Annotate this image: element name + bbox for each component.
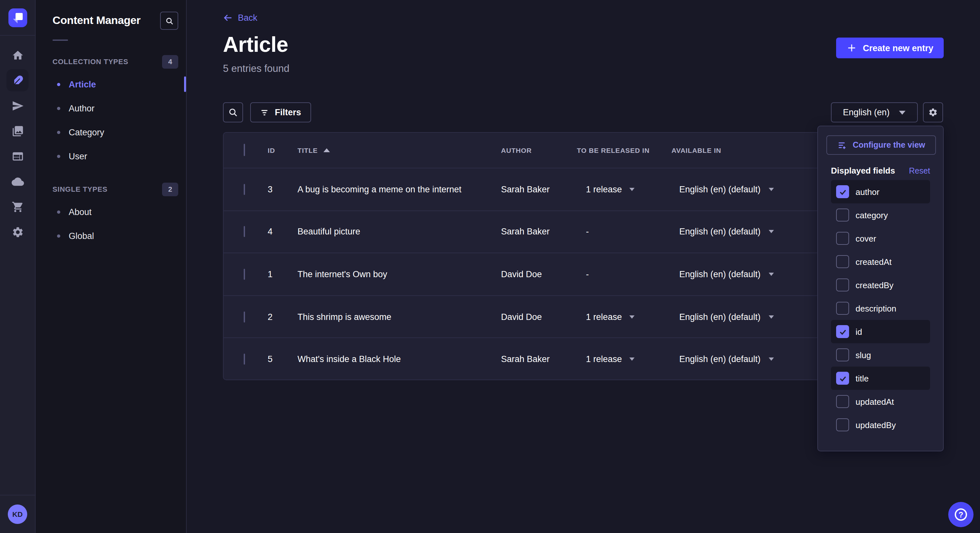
field-option-createdBy[interactable]: createdBy (831, 273, 930, 297)
chevron-down-icon (629, 357, 634, 361)
column-header-id[interactable]: ID (268, 146, 298, 154)
user-avatar[interactable]: KD (8, 504, 27, 524)
configure-lines-icon (837, 140, 847, 150)
search-entries-button[interactable] (223, 102, 243, 122)
filter-icon (260, 108, 269, 117)
settings-gear-icon[interactable] (6, 221, 29, 243)
sidebar-item-global[interactable]: Global (36, 224, 186, 248)
select-all-checkbox[interactable] (244, 144, 245, 156)
field-option-slug[interactable]: slug (831, 343, 930, 366)
field-option-updatedAt[interactable]: updatedAt (831, 390, 930, 413)
back-label: Back (238, 13, 257, 23)
row-checkbox[interactable] (244, 269, 245, 280)
field-option-updatedBy[interactable]: updatedBy (831, 413, 930, 436)
rail-bottom-divider (0, 495, 35, 495)
column-header-release[interactable]: TO BE RELEASED IN (577, 146, 671, 154)
main-nav-rail: KD (0, 0, 36, 533)
field-option-category[interactable]: category (831, 203, 930, 227)
checkbox-checked[interactable] (836, 185, 849, 198)
checkbox-checked[interactable] (836, 372, 849, 385)
sort-ascending-icon (323, 148, 330, 152)
cloud-deploy-icon[interactable] (6, 170, 29, 192)
field-option-id[interactable]: id (831, 320, 930, 343)
home-icon[interactable] (6, 44, 29, 66)
checkbox-unchecked[interactable] (836, 232, 849, 245)
field-label: updatedBy (856, 420, 896, 430)
create-new-entry-button[interactable]: Create new entry (836, 38, 944, 58)
releases-paper-plane-icon[interactable] (6, 95, 29, 117)
release-menu[interactable]: 1 release (577, 354, 671, 364)
checkbox-unchecked[interactable] (836, 255, 849, 268)
sidebar-item-about[interactable]: About (36, 200, 186, 224)
sidebar-item-label: Author (69, 104, 95, 113)
checkbox-checked[interactable] (836, 325, 849, 338)
strapi-logo[interactable] (8, 8, 27, 27)
app: KD Content Manager COLLECTION TYPES 4 Ar… (0, 0, 980, 533)
field-label: id (856, 327, 862, 336)
sidebar-item-article[interactable]: Article (36, 73, 186, 97)
checkbox-unchecked[interactable] (836, 279, 849, 292)
cell-title: A bug is becoming a meme on the internet (298, 185, 501, 194)
help-button[interactable]: ? (948, 502, 974, 527)
checkbox-unchecked[interactable] (836, 302, 849, 315)
release-menu[interactable]: 1 release (577, 312, 671, 322)
field-label: slug (856, 350, 871, 360)
cell-title: This shrimp is awesome (298, 312, 501, 322)
configure-view-button[interactable]: Configure the view (826, 135, 936, 155)
field-option-title[interactable]: title (831, 366, 930, 390)
field-list: author category cover createdAt createdB… (831, 180, 930, 436)
filters-button[interactable]: Filters (250, 102, 311, 122)
sidebar-rule (52, 40, 68, 41)
field-option-cover[interactable]: cover (831, 227, 930, 250)
marketplace-cart-icon[interactable] (6, 195, 29, 217)
sidebar-item-label: Article (69, 80, 96, 89)
cell-author: Sarah Baker (501, 354, 577, 364)
chevron-down-icon (769, 188, 774, 191)
back-link[interactable]: Back (223, 13, 257, 23)
reset-fields-link[interactable]: Reset (909, 166, 930, 175)
column-header-author[interactable]: AUTHOR (501, 146, 577, 154)
row-checkbox[interactable] (244, 184, 245, 195)
sidebar-item-author[interactable]: Author (36, 97, 186, 121)
locale-select[interactable]: English (en) (830, 102, 918, 122)
view-settings-gear-button[interactable] (923, 102, 943, 122)
collection-types-label: COLLECTION TYPES (52, 58, 128, 65)
checkbox-unchecked[interactable] (836, 395, 849, 408)
field-label: title (856, 373, 869, 383)
field-option-author[interactable]: author (831, 180, 930, 203)
row-checkbox[interactable] (244, 226, 245, 237)
bullet-dot (57, 131, 60, 134)
sidebar-search-button[interactable] (160, 12, 178, 30)
field-option-createdAt[interactable]: createdAt (831, 250, 930, 273)
sidebar-item-category[interactable]: Category (36, 121, 186, 144)
checkbox-unchecked[interactable] (836, 418, 849, 431)
chevron-down-icon (899, 110, 905, 114)
checkbox-unchecked[interactable] (836, 348, 849, 362)
sidebar-title: Content Manager (52, 14, 141, 27)
field-label: cover (856, 233, 876, 243)
column-header-title[interactable]: TITLE (298, 146, 501, 154)
checkbox-unchecked[interactable] (836, 209, 849, 222)
cell-author: David Doe (501, 312, 577, 322)
field-label: description (856, 303, 896, 313)
cell-author: David Doe (501, 270, 577, 279)
release-menu[interactable]: 1 release (577, 185, 671, 194)
content-type-builder-icon[interactable] (6, 145, 29, 167)
sidebar-item-label: User (69, 152, 87, 161)
field-label: createdBy (856, 280, 894, 290)
locale-value: English (en) (843, 108, 889, 117)
sidebar-item-user[interactable]: User (36, 144, 186, 168)
field-label: updatedAt (856, 397, 894, 406)
media-library-icon[interactable] (6, 120, 29, 142)
row-checkbox[interactable] (244, 354, 245, 365)
cell-release: - (577, 270, 671, 279)
row-checkbox[interactable] (244, 311, 245, 322)
displayed-fields-title: Displayed fields (831, 166, 895, 176)
collection-types-list: Article Author Category User (36, 73, 186, 168)
single-types-label: SINGLE TYPES (52, 185, 108, 193)
content-manager-feather-icon[interactable] (6, 69, 29, 91)
bullet-dot (57, 211, 60, 214)
chevron-down-icon (769, 273, 774, 276)
search-icon (165, 16, 173, 25)
field-option-description[interactable]: description (831, 297, 930, 320)
